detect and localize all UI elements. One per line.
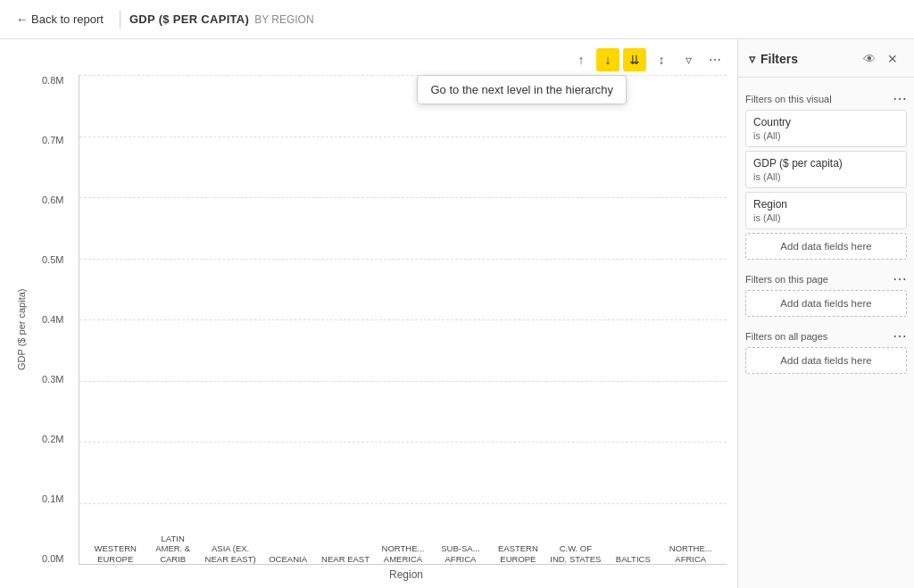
- all-pages-more-button[interactable]: ⋯: [893, 329, 907, 344]
- filters-actions: 👁 ✕: [859, 48, 903, 70]
- gdp-filter-value: is (All): [753, 171, 899, 182]
- bar-label-3: OCEANIA: [269, 554, 307, 564]
- country-filter-value: is (All): [753, 130, 899, 141]
- bar-label-4: NEAR EAST: [321, 554, 370, 564]
- bar-label-5: NORTHE... AMERICA: [377, 543, 428, 564]
- bar-label-8: C.W. OF IND. STATES: [550, 543, 602, 564]
- filter-button[interactable]: ▿: [677, 48, 700, 71]
- all-pages-filters-header: Filters on all pages ⋯: [745, 329, 907, 344]
- bar-wrapper-2: ASIA (EX. NEAR EAST): [202, 540, 259, 564]
- chart-plot: 0.8M 0.7M 0.6M 0.5M 0.4M 0.3M 0.2M 0.1M …: [79, 75, 727, 565]
- bar-wrapper-0: WESTERN EUROPE: [87, 540, 144, 564]
- visual-filters-more-button[interactable]: ⋯: [893, 92, 907, 106]
- visual-filters-label: Filters on this visual: [745, 94, 832, 104]
- chart-area: GDP ($ per capita) 0.8M 0.7M 0.6M 0.5M 0…: [4, 75, 734, 584]
- add-page-data-button[interactable]: Add data fields here: [745, 290, 907, 317]
- page-filters-more-button[interactable]: ⋯: [893, 272, 907, 286]
- back-arrow-icon: ←: [16, 12, 28, 26]
- bar-label-2: ASIA (EX. NEAR EAST): [204, 543, 256, 564]
- region-filter-card[interactable]: Region is (All): [745, 192, 907, 229]
- filters-panel: ▿ Filters 👁 ✕ Filters on this visual ⋯ C…: [737, 39, 914, 588]
- bar-wrapper-6: SUB-SA... AFRICA: [432, 540, 489, 564]
- drill-down-button[interactable]: ↓: [596, 48, 619, 71]
- chart-title: GDP ($ PER CAPITA): [129, 12, 249, 26]
- tooltip-bubble: Go to the next level in the hierarchy: [417, 75, 627, 104]
- y-tick-2: 0.6M: [42, 195, 63, 205]
- country-filter-title: Country: [753, 116, 899, 128]
- y-tick-8: 0.0M: [42, 553, 63, 564]
- region-filter-value: is (All): [753, 212, 899, 223]
- bar-wrapper-9: BALTICS: [604, 551, 661, 564]
- chart-subtitle: BY REGION: [254, 13, 313, 26]
- bar-label-1: LATIN AMER. & CARIB: [147, 534, 199, 564]
- all-pages-label: Filters on all pages: [745, 331, 827, 342]
- next-level-button[interactable]: ⇊: [623, 48, 646, 71]
- bar-wrapper-7: EASTERN EUROPE: [489, 540, 546, 564]
- y-tick-4: 0.4M: [42, 314, 63, 325]
- main-area: ↑ ↓ ⇊ ↕ ▿ ⋯ Go to the next level in the …: [0, 39, 914, 588]
- bar-label-0: WESTERN EUROPE: [89, 543, 141, 564]
- page-filters-header: Filters on this page ⋯: [745, 272, 907, 286]
- y-axis-label: GDP ($ per capita): [4, 75, 43, 584]
- filter-icon: ▿: [749, 52, 755, 66]
- y-tick-0: 0.8M: [42, 75, 63, 86]
- chart-container: ↑ ↓ ⇊ ↕ ▿ ⋯ Go to the next level in the …: [0, 39, 737, 588]
- region-filter-title: Region: [753, 198, 899, 211]
- chart-inner: 0.8M 0.7M 0.6M 0.5M 0.4M 0.3M 0.2M 0.1M …: [43, 75, 734, 584]
- bar-wrapper-1: LATIN AMER. & CARIB: [144, 530, 201, 564]
- back-label: Back to report: [31, 12, 104, 26]
- bar-wrapper-4: NEAR EAST: [317, 551, 374, 564]
- chart-toolbar: ↑ ↓ ⇊ ↕ ▿ ⋯ Go to the next level in the …: [4, 46, 734, 75]
- header: ← Back to report GDP ($ PER CAPITA) BY R…: [0, 0, 914, 39]
- filters-close-button[interactable]: ✕: [882, 48, 903, 70]
- add-visual-data-button[interactable]: Add data fields here: [745, 233, 907, 260]
- y-tick-labels: 0.8M 0.7M 0.6M 0.5M 0.4M 0.3M 0.2M 0.1M …: [42, 75, 63, 564]
- add-all-pages-data-button[interactable]: Add data fields here: [745, 347, 907, 374]
- filters-title: ▿ Filters: [749, 52, 798, 66]
- bar-wrapper-3: OCEANIA: [259, 551, 316, 564]
- y-tick-3: 0.5M: [42, 254, 63, 265]
- visual-filters-header: Filters on this visual ⋯: [745, 92, 907, 106]
- bar-label-6: SUB-SA... AFRICA: [435, 543, 486, 564]
- filters-eye-button[interactable]: 👁: [859, 48, 880, 70]
- bar-wrapper-10: NORTHE... AFRICA: [662, 540, 719, 564]
- back-to-report-button[interactable]: ← Back to report: [9, 9, 111, 29]
- y-tick-6: 0.2M: [42, 434, 63, 444]
- bar-label-10: NORTHE... AFRICA: [665, 543, 717, 564]
- header-divider: [120, 11, 120, 29]
- bar-wrapper-5: NORTHE... AMERICA: [374, 540, 431, 564]
- more-options-button[interactable]: ⋯: [703, 48, 727, 71]
- x-axis-label: Region: [43, 565, 734, 584]
- gdp-filter-title: GDP ($ per capita): [753, 157, 899, 170]
- bar-label-9: BALTICS: [616, 554, 651, 564]
- page-filters-label: Filters on this page: [745, 274, 828, 285]
- filters-body: Filters on this visual ⋯ Country is (All…: [738, 78, 914, 588]
- expand-button[interactable]: ↕: [650, 48, 673, 71]
- gdp-filter-card[interactable]: GDP ($ per capita) is (All): [745, 151, 907, 188]
- country-filter-card[interactable]: Country is (All): [745, 110, 907, 147]
- y-tick-5: 0.3M: [42, 374, 63, 385]
- drill-up-button[interactable]: ↑: [569, 48, 593, 71]
- tooltip-text: Go to the next level in the hierarchy: [430, 83, 613, 96]
- filters-header: ▿ Filters 👁 ✕: [738, 39, 914, 78]
- bar-wrapper-8: C.W. OF IND. STATES: [547, 540, 604, 564]
- y-tick-7: 0.1M: [42, 493, 63, 504]
- bars-group: WESTERN EUROPELATIN AMER. & CARIBASIA (E…: [79, 75, 727, 564]
- y-tick-1: 0.7M: [42, 135, 63, 145]
- filters-panel-title: Filters: [760, 52, 798, 66]
- bar-label-7: EASTERN EUROPE: [492, 543, 544, 564]
